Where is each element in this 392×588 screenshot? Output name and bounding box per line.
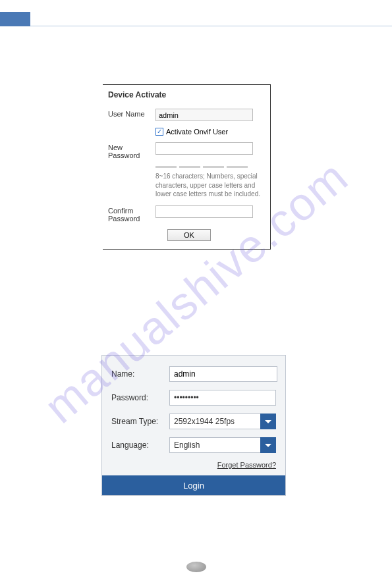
language-label: Language: xyxy=(111,441,169,450)
login-panel: Name: Password: ••••••••• Stream Type: 2… xyxy=(101,355,286,496)
streamtype-select[interactable]: 2592x1944 25fps xyxy=(169,414,276,429)
username-row: User Name xyxy=(108,109,264,121)
password-row: Password: ••••••••• xyxy=(111,390,276,406)
streamtype-label: Stream Type: xyxy=(111,417,169,426)
panel-title: Device Activate xyxy=(108,90,264,99)
language-row: Language: English xyxy=(111,437,276,453)
username-label: User Name xyxy=(108,109,155,118)
name-label: Name: xyxy=(111,369,169,379)
check-icon: ✓ xyxy=(157,128,162,135)
password-strength-bars xyxy=(155,166,264,168)
device-activate-panel: Device Activate User Name ✓ Activate Onv… xyxy=(103,84,271,250)
chevron-down-icon xyxy=(265,444,271,447)
newpassword-input[interactable] xyxy=(155,142,253,155)
activate-onvif-checkbox[interactable]: ✓ xyxy=(155,128,163,136)
header-bar xyxy=(0,12,392,26)
language-select[interactable]: English xyxy=(169,437,276,453)
page-indicator xyxy=(186,562,206,572)
streamtype-arrow[interactable] xyxy=(260,414,276,429)
strength-bar xyxy=(203,166,224,168)
username-input[interactable] xyxy=(155,109,253,121)
header-tab xyxy=(0,12,30,26)
language-value: English xyxy=(169,437,260,453)
activate-onvif-label: Activate Onvif User xyxy=(166,128,228,136)
password-input[interactable]: ••••••••• xyxy=(169,390,276,406)
newpassword-row: New Password xyxy=(108,142,264,159)
ok-button[interactable]: OK xyxy=(167,229,211,241)
confirmpassword-row: Confirm Password xyxy=(108,205,264,223)
language-arrow[interactable] xyxy=(260,437,276,453)
confirmpassword-input[interactable] xyxy=(155,205,253,218)
login-button[interactable]: Login xyxy=(102,475,285,495)
password-label: Password: xyxy=(111,393,169,402)
strength-bar xyxy=(179,166,200,168)
strength-bar xyxy=(227,166,248,168)
password-hint: 8~16 characters; Numbers, special charac… xyxy=(155,172,261,199)
forget-password-link[interactable]: Forget Password? xyxy=(111,461,276,469)
chevron-down-icon xyxy=(265,420,271,423)
name-row: Name: xyxy=(111,366,276,382)
confirmpassword-label: Confirm Password xyxy=(108,205,155,223)
name-input[interactable] xyxy=(169,366,277,382)
streamtype-row: Stream Type: 2592x1944 25fps xyxy=(111,414,276,429)
newpassword-label: New Password xyxy=(108,142,155,159)
streamtype-value: 2592x1944 25fps xyxy=(169,414,260,429)
activate-onvif-row[interactable]: ✓ Activate Onvif User xyxy=(155,128,264,136)
strength-bar xyxy=(155,166,177,168)
